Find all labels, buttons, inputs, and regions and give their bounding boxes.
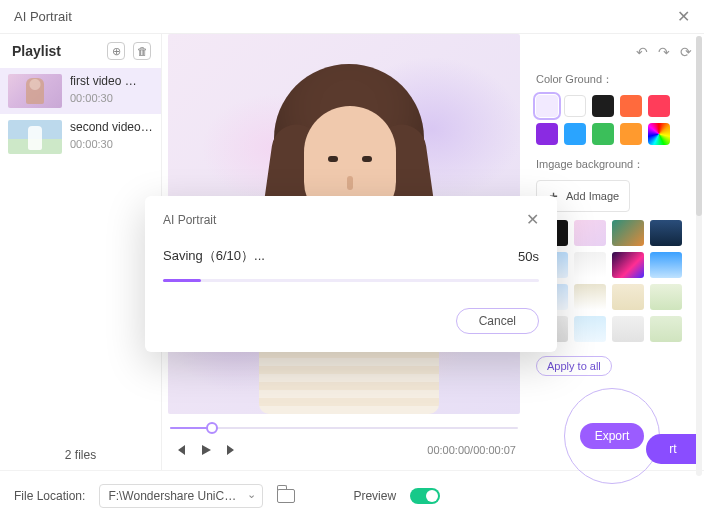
reset-icon[interactable]: ⟳ xyxy=(680,44,692,60)
background-thumb[interactable] xyxy=(574,220,606,246)
playlist-count: 2 files xyxy=(0,440,161,470)
color-swatch[interactable] xyxy=(620,123,642,145)
playlist-item[interactable]: second video… 00:00:30 xyxy=(0,114,161,160)
color-swatch[interactable] xyxy=(564,95,586,117)
color-swatch[interactable] xyxy=(592,123,614,145)
background-thumb[interactable] xyxy=(650,284,682,310)
delete-icon[interactable]: 🗑 xyxy=(133,42,151,60)
background-thumb[interactable] xyxy=(612,252,644,278)
background-thumb[interactable] xyxy=(650,252,682,278)
saving-status: Saving（6/10）... xyxy=(163,247,265,265)
playlist-thumb xyxy=(8,120,62,154)
image-background-label: Imgage background： xyxy=(536,157,692,172)
next-frame-icon[interactable] xyxy=(224,442,240,458)
cancel-button[interactable]: Cancel xyxy=(456,308,539,334)
saving-progress xyxy=(163,279,539,282)
saving-dialog: AI Portrait ✕ Saving（6/10）... 50s Cancel xyxy=(145,196,557,352)
background-thumb[interactable] xyxy=(574,252,606,278)
timecode: 00:00:00/00:00:07 xyxy=(427,444,516,456)
apply-to-all-button[interactable]: Apply to all xyxy=(536,356,612,376)
player-controls: 00:00:00/00:00:07 xyxy=(162,438,526,458)
floating-export-partial[interactable]: rt xyxy=(646,434,700,464)
color-swatch[interactable] xyxy=(536,123,558,145)
color-swatch[interactable] xyxy=(536,95,558,117)
file-location-select[interactable]: F:\Wondershare UniConverter… xyxy=(99,484,263,508)
export-button[interactable]: Export xyxy=(580,423,644,449)
timeline-handle[interactable] xyxy=(206,422,218,434)
playlist-item-duration: 00:00:30 xyxy=(70,138,153,150)
background-thumb[interactable] xyxy=(650,316,682,342)
background-grid xyxy=(536,220,692,342)
preview-toggle[interactable] xyxy=(410,488,440,504)
color-swatch[interactable] xyxy=(648,95,670,117)
timeline[interactable] xyxy=(170,418,518,438)
prev-frame-icon[interactable] xyxy=(172,442,188,458)
playlist-header: Playlist ⊕ 🗑 xyxy=(0,34,161,68)
background-thumb[interactable] xyxy=(650,220,682,246)
dialog-close-icon[interactable]: ✕ xyxy=(526,210,539,229)
playlist-item-duration: 00:00:30 xyxy=(70,92,137,104)
playlist-item[interactable]: first video … 00:00:30 xyxy=(0,68,161,114)
color-swatch[interactable] xyxy=(648,123,670,145)
color-swatch[interactable] xyxy=(620,95,642,117)
background-thumb[interactable] xyxy=(574,284,606,310)
playlist-title: Playlist xyxy=(12,43,61,59)
saving-remaining: 50s xyxy=(518,249,539,264)
close-icon[interactable]: ✕ xyxy=(677,7,690,26)
playlist-item-name: second video… xyxy=(70,120,153,134)
undo-icon[interactable]: ↶ xyxy=(636,44,648,60)
playlist-thumb xyxy=(8,74,62,108)
open-folder-icon[interactable] xyxy=(277,489,295,503)
background-thumb[interactable] xyxy=(612,316,644,342)
playlist-item-name: first video … xyxy=(70,74,137,88)
add-image-label: Add Image xyxy=(566,190,619,202)
background-thumb[interactable] xyxy=(612,220,644,246)
add-target-icon[interactable]: ⊕ xyxy=(107,42,125,60)
background-thumb[interactable] xyxy=(612,284,644,310)
color-ground-label: Color Ground： xyxy=(536,72,692,87)
preview-label: Preview xyxy=(353,489,396,503)
background-thumb[interactable] xyxy=(574,316,606,342)
export-area: Export rt xyxy=(536,388,692,460)
play-icon[interactable] xyxy=(198,442,214,458)
playlist-sidebar: Playlist ⊕ 🗑 first video … 00:00:30 seco… xyxy=(0,34,162,470)
file-location-label: File Location: xyxy=(14,489,85,503)
scrollbar-thumb[interactable] xyxy=(696,36,702,216)
redo-icon[interactable]: ↷ xyxy=(658,44,670,60)
dialog-title: AI Portrait xyxy=(163,213,216,227)
color-swatch[interactable] xyxy=(592,95,614,117)
app-title: AI Portrait xyxy=(14,9,72,24)
title-bar: AI Portrait ✕ xyxy=(0,0,704,34)
color-swatches xyxy=(536,95,692,145)
color-swatch[interactable] xyxy=(564,123,586,145)
